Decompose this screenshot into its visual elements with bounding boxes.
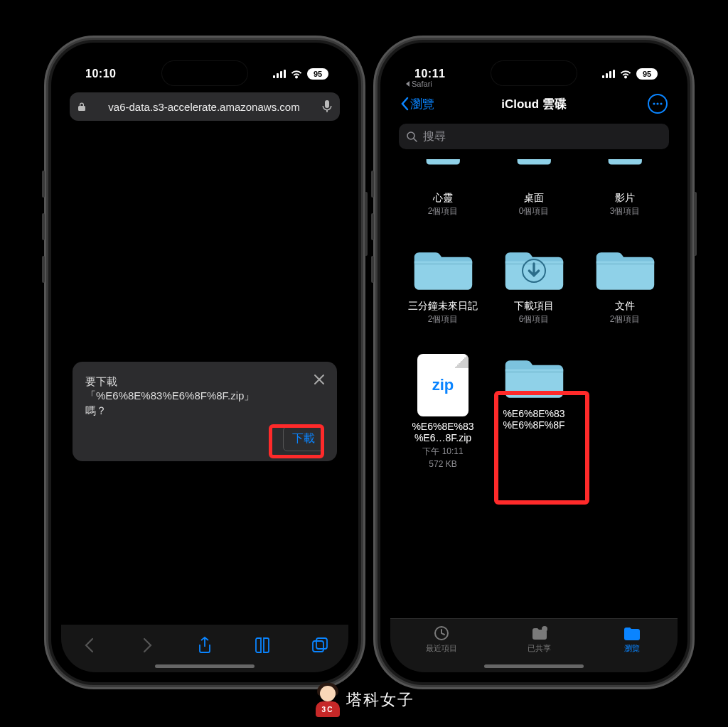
folder-icon	[501, 354, 567, 404]
extracted-folder-item[interactable]: %E6%8E%83%E6%8F%8F	[488, 354, 579, 470]
svg-point-4	[660, 102, 662, 104]
folder-item[interactable]: 影片 3個項目	[579, 159, 670, 217]
close-icon[interactable]	[311, 372, 327, 387]
more-options-button[interactable]	[648, 94, 668, 114]
download-arrow-icon	[501, 246, 567, 296]
phone-left-safari: 10:10 95 va6-data.s3-accelerate.amazonaw…	[51, 43, 358, 682]
folder-item[interactable]: 文件 2個項目	[579, 246, 670, 325]
dynamic-island	[491, 61, 577, 85]
cellular-icon	[602, 70, 615, 78]
watermark: 3C 塔科女子	[314, 683, 414, 717]
status-time: 10:11	[414, 68, 445, 80]
bookmarks-icon[interactable]	[253, 636, 272, 655]
watermark-text: 塔科女子	[346, 689, 414, 711]
files-grid[interactable]: 心靈 2個項目 桌面 0個項目 影片 3個項目 三分鐘未來日記	[390, 159, 678, 615]
cellular-icon	[273, 70, 286, 78]
zip-file-item[interactable]: zip %E6%8E%83%E6…8F.zip 下午 10:11 572 KB	[397, 354, 488, 470]
wifi-icon	[290, 69, 303, 79]
tabs-icon[interactable]	[311, 636, 329, 655]
svg-point-3	[656, 102, 658, 104]
zip-icon: zip	[417, 354, 469, 416]
battery-icon: 95	[307, 68, 328, 80]
address-text: va6-data.s3-accelerate.amazonaws.com	[94, 101, 314, 113]
folder-downloads[interactable]: 下載項目 6個項目	[488, 246, 579, 325]
folder-icon	[501, 159, 567, 188]
svg-rect-1	[316, 638, 327, 649]
download-button[interactable]: 下載	[283, 426, 324, 451]
svg-point-7	[542, 626, 547, 632]
back-icon[interactable]	[80, 636, 99, 655]
tab-shared[interactable]: 已共享	[528, 625, 551, 654]
forward-icon[interactable]	[138, 636, 156, 655]
watermark-avatar-icon: 3C	[314, 683, 342, 717]
folder-icon	[592, 159, 658, 188]
tab-browse[interactable]: 瀏覽	[622, 625, 642, 654]
folder-item[interactable]: 心靈 2個項目	[397, 159, 488, 217]
lock-icon	[77, 102, 87, 112]
nav-back-button[interactable]: 瀏覽	[400, 96, 434, 112]
prompt-text: 要下載 「%E6%8E%83%E6%8F%8F.zip」 嗎？	[85, 375, 324, 418]
search-placeholder: 搜尋	[423, 129, 446, 144]
mic-icon[interactable]	[321, 99, 333, 114]
search-field[interactable]: 搜尋	[399, 124, 669, 149]
folder-icon	[592, 246, 658, 296]
folder-icon	[501, 246, 567, 296]
tab-recents[interactable]: 最近項目	[426, 625, 457, 654]
folder-icon	[410, 246, 476, 296]
dynamic-island	[162, 61, 247, 85]
home-indicator	[484, 664, 584, 668]
share-icon[interactable]	[196, 636, 214, 655]
folder-item[interactable]: 三分鐘未來日記 2個項目	[397, 246, 488, 325]
back-to-app[interactable]: Safari	[405, 80, 432, 88]
address-bar[interactable]: va6-data.s3-accelerate.amazonaws.com	[70, 92, 340, 121]
folder-icon	[410, 159, 476, 188]
phone-right-files: 10:11 95 Safari 瀏覽 iCloud 雲碟	[380, 43, 687, 682]
svg-rect-0	[313, 641, 323, 652]
svg-point-2	[653, 102, 655, 104]
status-time: 10:10	[85, 68, 116, 80]
download-prompt: 要下載 「%E6%8E%83%E6%8F%8F.zip」 嗎？ 下載	[73, 362, 337, 461]
home-indicator	[155, 664, 255, 668]
nav-bar: 瀏覽 iCloud 雲碟	[390, 88, 678, 119]
battery-icon: 95	[636, 68, 658, 80]
search-icon	[406, 131, 417, 142]
wifi-icon	[619, 69, 632, 79]
folder-item[interactable]: 桌面 0個項目	[488, 159, 579, 217]
